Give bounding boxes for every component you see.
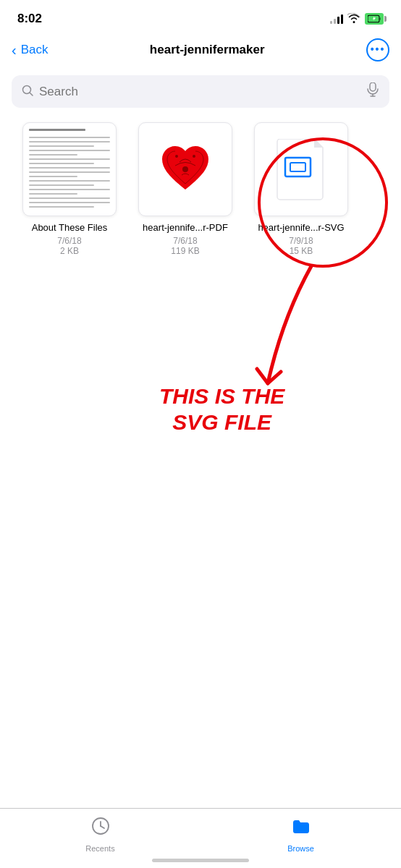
browse-label: Browse [287,844,314,853]
heart-preview-icon [156,140,214,198]
svg-line-4 [30,93,33,95]
file-date-pdf: 7/6/18 [173,236,197,246]
svg-rect-5 [370,82,376,91]
status-bar: 8:02 [0,0,401,32]
svg-file-icon [274,139,329,200]
status-time: 8:02 [17,12,42,26]
back-label: Back [21,43,48,57]
svg-line-16 [101,826,104,828]
file-item-about[interactable]: About These Files 7/6/18 2 KB [12,122,127,256]
svg-point-9 [193,155,195,158]
file-item-svg[interactable]: heart-jennife...r-SVG 7/9/18 15 KB [243,122,359,256]
svg-point-8 [175,155,178,158]
wifi-icon [347,13,360,25]
home-indicator [152,859,249,862]
svg-point-3 [23,85,31,93]
annotation-text: THIS IS THE SVG FILE [159,383,284,435]
file-item-pdf[interactable]: heart-jennife...r-PDF 7/6/18 119 KB [127,122,243,256]
file-size-pdf: 119 KB [171,246,199,256]
file-thumb-svg [254,122,348,216]
more-icon: ••• [371,44,386,56]
annotation-line1: THIS IS THE [159,383,284,409]
file-size-svg: 15 KB [290,246,313,256]
nav-bar: ‹ Back heart-jennifermaker ••• [0,32,401,69]
file-grid: About These Files 7/6/18 2 KB heart-jenn… [0,116,401,273]
search-icon [22,85,33,99]
file-date-about: 7/6/18 [57,236,81,246]
nav-title: heart-jennifermaker [150,43,265,57]
text-preview [23,123,116,216]
mic-icon [366,82,379,101]
browse-icon [291,816,311,841]
battery-icon [365,13,384,25]
file-name-pdf: heart-jennife...r-PDF [143,222,228,234]
status-icons [330,13,384,25]
recents-icon [90,816,111,841]
annotation-line2: SVG FILE [159,409,284,435]
back-chevron-icon: ‹ [12,43,17,57]
file-thumb-about [22,122,117,216]
signal-icon [330,14,343,24]
file-name-svg: heart-jennife...r-SVG [258,222,344,234]
more-button[interactable]: ••• [366,38,389,61]
file-date-svg: 7/9/18 [289,236,313,246]
file-thumb-pdf [138,122,232,216]
recents-label: Recents [85,844,114,853]
back-button[interactable]: ‹ Back [12,43,48,57]
search-bar [12,75,389,108]
svg-point-10 [182,166,188,172]
file-size-about: 2 KB [60,246,79,256]
search-input[interactable] [39,85,360,99]
tab-browse[interactable]: Browse [276,816,326,853]
tab-recents[interactable]: Recents [75,816,126,853]
search-bar-container [0,69,401,116]
svg-rect-2 [379,17,381,20]
file-name-about: About These Files [32,222,108,234]
